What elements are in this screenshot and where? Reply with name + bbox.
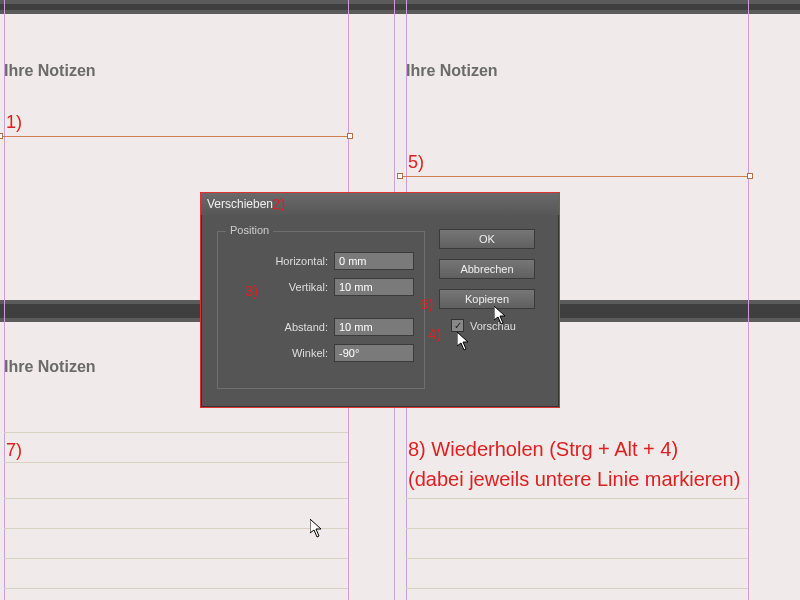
selection-handle[interactable] — [747, 173, 753, 179]
vertical-label: Vertikal: — [289, 281, 328, 293]
preview-checkbox-wrap[interactable]: ✓ Vorschau — [451, 319, 516, 332]
distance-input[interactable] — [334, 318, 414, 336]
dialog-title-bar[interactable]: Verschieben — [201, 193, 559, 215]
angle-label: Winkel: — [292, 347, 328, 359]
annotation-7: 7) — [6, 440, 22, 461]
fieldset-legend: Position — [226, 224, 273, 236]
selection-handle[interactable] — [0, 133, 3, 139]
annotation-2: 2) — [272, 195, 285, 212]
guide-horizontal — [4, 498, 348, 499]
ruled-line — [4, 432, 348, 433]
vertical-input[interactable] — [334, 278, 414, 296]
annotation-6: 6) — [420, 295, 433, 312]
horizontal-input[interactable] — [334, 252, 414, 270]
guide-vertical — [4, 0, 5, 600]
notes-heading: Ihre Notizen — [4, 62, 96, 80]
top-app-bar — [0, 0, 800, 14]
annotation-5: 5) — [408, 152, 424, 173]
selected-line[interactable] — [400, 176, 750, 177]
notes-heading: Ihre Notizen — [406, 62, 498, 80]
selected-line[interactable] — [0, 136, 350, 137]
annotation-8-line2: (dabei jeweils untere Linie markieren) — [408, 468, 740, 491]
preview-label: Vorschau — [470, 320, 516, 332]
notes-heading: Ihre Notizen — [4, 358, 96, 376]
guide-horizontal — [4, 588, 348, 589]
ok-button[interactable]: OK — [439, 229, 535, 249]
selection-handle[interactable] — [397, 173, 403, 179]
ruled-line — [4, 462, 348, 463]
guide-vertical — [748, 0, 749, 600]
annotation-4: 4) — [428, 325, 441, 342]
annotation-1: 1) — [6, 112, 22, 133]
position-fieldset: Position Horizontal: Vertikal: Abstand: … — [217, 231, 425, 389]
copy-button[interactable]: Kopieren — [439, 289, 535, 309]
guide-horizontal — [4, 528, 348, 529]
distance-label: Abstand: — [285, 321, 328, 333]
horizontal-label: Horizontal: — [275, 255, 328, 267]
guide-horizontal — [406, 498, 748, 499]
annotation-3: 3) — [245, 282, 258, 299]
guide-horizontal — [406, 528, 748, 529]
selection-handle[interactable] — [347, 133, 353, 139]
preview-checkbox[interactable]: ✓ — [451, 319, 464, 332]
guide-horizontal — [4, 558, 348, 559]
cancel-button[interactable]: Abbrechen — [439, 259, 535, 279]
cursor-icon — [310, 519, 324, 539]
move-dialog: Verschieben Position Horizontal: Vertika… — [200, 192, 560, 408]
angle-input[interactable] — [334, 344, 414, 362]
guide-horizontal — [406, 588, 748, 589]
dialog-title: Verschieben — [207, 197, 273, 211]
guide-horizontal — [406, 558, 748, 559]
annotation-8-line1: 8) Wiederholen (Strg + Alt + 4) — [408, 438, 678, 461]
